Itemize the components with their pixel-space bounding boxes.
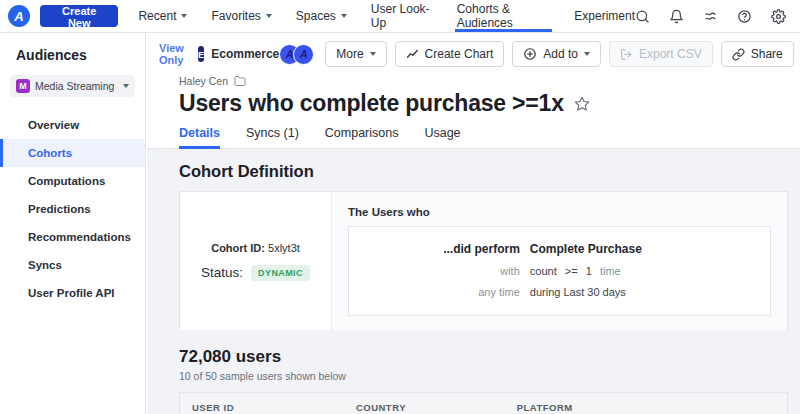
nav-item-recent[interactable]: Recent: [138, 0, 187, 32]
document-header: Haley Cen Users who complete purchase >=…: [147, 71, 800, 117]
column-platform: PLATFORM: [505, 393, 787, 414]
wave-lines-icon[interactable]: [703, 9, 718, 24]
more-label: More: [336, 47, 363, 61]
plus-circle-icon: [523, 47, 537, 61]
users-count: 72,080 users: [179, 347, 788, 367]
sidebar-item-computations[interactable]: Computations: [0, 167, 145, 195]
sidebar-item-cohorts[interactable]: Cohorts: [0, 139, 145, 167]
sidebar-item-syncs[interactable]: Syncs: [0, 251, 145, 279]
sidebar-title: Audiences: [0, 33, 145, 75]
nav-item-label: Experiment: [574, 9, 635, 23]
tab-syncs[interactable]: Syncs (1): [246, 126, 299, 148]
nav-item-spaces[interactable]: Spaces: [296, 0, 347, 32]
create-chart-button[interactable]: Create Chart: [395, 41, 505, 67]
export-icon: [620, 48, 633, 61]
sample-users-table: USER ID COUNTRY PLATFORM 756539017055769…: [179, 392, 788, 414]
page-title: Users who complete purchase >=1x: [179, 90, 564, 117]
author-row: Haley Cen: [179, 75, 788, 87]
nav-item-label: Recent: [138, 9, 176, 23]
users-subtitle: 10 of 50 sample users shown below: [179, 370, 788, 382]
bell-icon[interactable]: [669, 9, 684, 24]
count-value: 1: [586, 265, 592, 277]
time-window-value: during Last 30 days: [530, 286, 626, 298]
status-row: Status: DYNAMIC: [201, 265, 310, 281]
clause-with-label: with: [361, 265, 520, 277]
status-badge: DYNAMIC: [251, 265, 310, 281]
line-chart-icon: [406, 48, 419, 61]
tab-details[interactable]: Details: [179, 126, 220, 148]
cohort-definition-card: Cohort ID: 5xlyt3t Status: DYNAMIC The U…: [179, 191, 788, 330]
main-content: View Only E Ecommerce A A More Create Ch…: [147, 33, 800, 414]
author-name: Haley Cen: [179, 75, 228, 87]
sidebar-item-predictions[interactable]: Predictions: [0, 195, 145, 223]
sidebar-item-user-profile-api[interactable]: User Profile API: [0, 279, 145, 307]
export-csv-label: Export CSV: [639, 47, 702, 61]
search-icon[interactable]: [635, 9, 650, 24]
create-new-button[interactable]: Create New: [40, 5, 118, 27]
star-icon[interactable]: [574, 96, 590, 112]
sidebar-nav: Overview Cohorts Computations Prediction…: [0, 111, 145, 307]
sidebar-item-overview[interactable]: Overview: [0, 111, 145, 139]
count-suffix: time: [600, 265, 621, 277]
clause-did-perform: ...did perform: [361, 242, 520, 256]
top-navigation: A Create New Recent Favorites Spaces Use…: [0, 0, 800, 33]
cohort-definition-heading: Cohort Definition: [179, 162, 788, 181]
clause-intro: The Users who: [348, 206, 771, 218]
folder-icon[interactable]: [234, 75, 246, 87]
toolbar: View Only E Ecommerce A A More Create Ch…: [147, 33, 800, 71]
sidebar-item-recommendations[interactable]: Recommendations: [0, 223, 145, 251]
chevron-down-icon: [123, 84, 129, 88]
tab-comparisons[interactable]: Comparisons: [325, 126, 399, 148]
view-only-label: View Only: [159, 42, 184, 66]
chevron-down-icon: [181, 14, 187, 18]
status-label: Status:: [201, 265, 243, 280]
chevron-down-icon: [584, 52, 590, 56]
count-word: count: [530, 265, 557, 277]
chevron-down-icon: [341, 14, 347, 18]
nav-item-label: User Look-Up: [371, 2, 433, 30]
avatar[interactable]: A: [293, 44, 314, 65]
more-button[interactable]: More: [325, 41, 386, 67]
tab-usage[interactable]: Usage: [424, 126, 460, 148]
count-operator: >=: [565, 265, 578, 277]
amplitude-logo-icon[interactable]: A: [8, 5, 30, 27]
table-header: USER ID COUNTRY PLATFORM: [180, 393, 787, 414]
clause-box: ...did perform Complete Purchase with co…: [348, 226, 771, 316]
nav-item-label: Favorites: [211, 9, 260, 23]
title-row: Users who complete purchase >=1x: [179, 90, 788, 117]
cohort-id-label: Cohort ID:: [211, 242, 265, 254]
workspace-badge: E: [198, 46, 204, 62]
create-chart-label: Create Chart: [425, 47, 494, 61]
cohort-id-value: 5xlyt3t: [268, 242, 300, 254]
chevron-down-icon: [370, 52, 376, 56]
toolbar-actions: A A More Create Chart Add to Export CSV: [279, 41, 800, 67]
tabs: Details Syncs (1) Comparisons Usage: [147, 126, 800, 149]
share-label: Share: [751, 47, 783, 61]
clause-time-window: during Last 30 days: [530, 286, 758, 298]
help-icon[interactable]: [737, 9, 752, 24]
collaborator-avatars: A A: [279, 44, 314, 65]
export-csv-button[interactable]: Export CSV: [609, 41, 713, 67]
nav-item-label: Spaces: [296, 9, 336, 23]
chevron-down-icon: [266, 14, 272, 18]
share-button[interactable]: Share: [721, 41, 794, 67]
add-to-button[interactable]: Add to: [512, 41, 601, 67]
nav-item-cohorts-audiences[interactable]: Cohorts & Audiences: [457, 0, 551, 32]
column-user-id: USER ID: [180, 393, 344, 414]
nav-item-favorites[interactable]: Favorites: [211, 0, 271, 32]
topnav-icons: [635, 9, 786, 24]
project-badge: M: [16, 79, 30, 93]
sidebar: Audiences M Media Streaming - Exper... O…: [0, 33, 146, 414]
clause-count-condition: count >= 1 time: [530, 265, 758, 277]
column-country: COUNTRY: [344, 393, 505, 414]
nav-item-user-look-up[interactable]: User Look-Up: [371, 0, 433, 32]
nav-item-label: Cohorts & Audiences: [457, 2, 551, 30]
workspace-name[interactable]: Ecommerce: [211, 47, 279, 61]
project-name: Media Streaming - Exper...: [35, 80, 118, 92]
project-selector[interactable]: M Media Streaming - Exper...: [10, 75, 135, 97]
add-to-label: Add to: [543, 47, 578, 61]
cohort-meta: Cohort ID: 5xlyt3t Status: DYNAMIC: [180, 192, 332, 330]
nav-item-experiment[interactable]: Experiment: [574, 0, 635, 32]
settings-gear-icon[interactable]: [771, 9, 786, 24]
details-panel: Cohort Definition Cohort ID: 5xlyt3t Sta…: [147, 149, 800, 414]
